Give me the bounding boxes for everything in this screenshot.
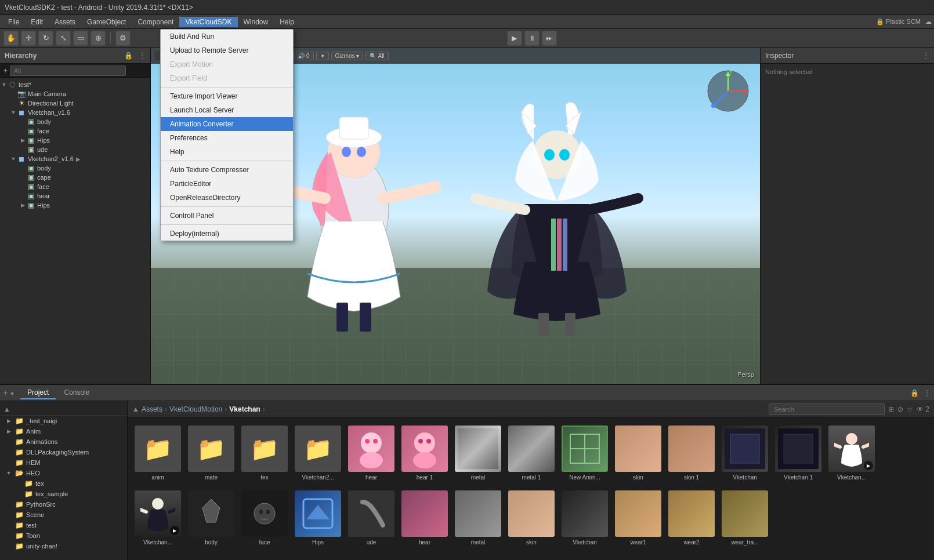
rect-tool-btn[interactable]: ▭ xyxy=(73,31,88,46)
asset-item-vketchan1-tex[interactable]: Vketchan 1 xyxy=(774,423,823,483)
asset-item-wear1[interactable]: wear1 xyxy=(614,488,663,548)
lighting-btn[interactable]: 💡 xyxy=(276,52,291,60)
menu-gameobject[interactable]: GameObject xyxy=(81,17,132,27)
menu-file[interactable]: File xyxy=(2,17,25,27)
hierarchy-item-body1[interactable]: ▶ ▣ body xyxy=(0,117,150,126)
asset-item-hear-r2[interactable]: hear xyxy=(400,488,449,548)
scale-tool-btn[interactable]: ⤡ xyxy=(56,31,71,46)
project-lock-icon[interactable]: 🔒 xyxy=(910,389,919,397)
sidebar-folder-toon[interactable]: ▶ 📁 Toon xyxy=(0,530,127,541)
hierarchy-item-vketchan-v16[interactable]: ▼ ◼ Vketchan_v1.6 xyxy=(0,108,150,117)
add-project-btn[interactable]: + xyxy=(3,389,8,397)
breadcrumb-assets[interactable]: Assets xyxy=(142,405,162,413)
asset-item-skin1[interactable]: skin 1 xyxy=(667,423,716,483)
menu-component[interactable]: Component xyxy=(132,17,179,27)
inspector-more-icon[interactable]: ⋮ xyxy=(922,52,929,60)
asset-search-input[interactable] xyxy=(769,403,885,415)
collapse-project-btn[interactable]: ◂ xyxy=(10,389,13,397)
asset-item-wear-tra[interactable]: wear_tra... xyxy=(721,488,769,548)
asset-item-hips-asset[interactable]: Hips xyxy=(294,488,342,548)
hierarchy-item-hear[interactable]: ▶ ▣ hear xyxy=(0,191,150,201)
pause-btn[interactable]: ⏸ xyxy=(524,31,540,46)
gizmos-btn[interactable]: Gizmos ▾ xyxy=(331,52,364,60)
asset-item-mate-folder[interactable]: 📁 mate xyxy=(187,423,236,483)
project-tab[interactable]: Project xyxy=(20,387,56,399)
hierarchy-more-icon[interactable]: ⋮ xyxy=(139,52,146,60)
hierarchy-item-face1[interactable]: ▶ ▣ face xyxy=(0,126,150,136)
play-icon[interactable]: ▶ xyxy=(864,461,873,470)
breadcrumb-expand-icon[interactable]: ▲ xyxy=(132,405,139,413)
sidebar-folder-pythonsrc[interactable]: ▶ 📁 PythonSrc xyxy=(0,499,127,510)
asset-item-tex-folder[interactable]: 📁 tex xyxy=(240,423,289,483)
asset-item-skin[interactable]: skin xyxy=(614,423,663,483)
asset-item-vketchan-tex[interactable]: Vketchan xyxy=(721,423,769,483)
asset-layout-icon[interactable]: ⊞ xyxy=(888,405,894,413)
asset-item-hear[interactable]: hear xyxy=(347,423,396,483)
sidebar-folder-heo[interactable]: ▼ 📂 HEO xyxy=(0,468,127,478)
menu-window[interactable]: Window xyxy=(238,17,274,27)
move-tool-btn[interactable]: ✛ xyxy=(21,31,36,46)
hierarchy-item-ude1[interactable]: ▶ ▣ ude xyxy=(0,145,150,154)
hand-tool-btn[interactable]: ✋ xyxy=(3,31,19,46)
menu-assets[interactable]: Assets xyxy=(49,17,81,27)
asset-item-ude-asset[interactable]: ude xyxy=(347,488,396,548)
sidebar-up-arrow[interactable]: ▲ xyxy=(3,405,10,413)
asset-item-vketchan2-folder[interactable]: 📁 Vketchan2... xyxy=(294,423,342,483)
hierarchy-lock-icon[interactable]: 🔒 xyxy=(124,52,133,60)
sidebar-folder-hem[interactable]: ▶ 📁 HEM xyxy=(0,457,127,468)
fx-btn[interactable]: ✦ xyxy=(316,52,329,60)
asset-item-vketchan-r2[interactable]: Vketchan xyxy=(560,488,609,548)
menu-help[interactable]: Help xyxy=(274,17,300,27)
asset-item-metal1[interactable]: metal 1 xyxy=(507,423,556,483)
hierarchy-item-body2[interactable]: ▶ ▣ body xyxy=(0,163,150,173)
sidebar-folder-tex-sample[interactable]: ▶ 📁 tex_sample xyxy=(0,489,127,499)
hierarchy-item-main-camera[interactable]: ▶ 📷 Main Camera xyxy=(0,89,150,99)
sidebar-folder-anim[interactable]: ▶ 📁 Anim xyxy=(0,426,127,437)
menu-vketcloudsdk[interactable]: VketCloudSDK xyxy=(179,17,237,27)
game-tab[interactable]: Game xyxy=(186,51,215,60)
settings-btn[interactable]: ⚙ xyxy=(115,31,131,46)
sidebar-folder-test-naigi[interactable]: ▶ 📁 _test_naigi xyxy=(0,416,127,426)
hierarchy-item-face2[interactable]: ▶ ▣ face xyxy=(0,182,150,191)
asset-filter-icon[interactable]: ⊘ xyxy=(897,405,903,413)
transform-tool-btn[interactable]: ⊕ xyxy=(90,31,106,46)
asset-item-wear2[interactable]: wear2 xyxy=(667,488,716,548)
asset-item-hear1[interactable]: hear 1 xyxy=(400,423,449,483)
hierarchy-search-input[interactable] xyxy=(10,66,126,76)
sidebar-folder-dll[interactable]: ▶ 📁 DLLPackagingSystem xyxy=(0,447,127,457)
asset-star-icon[interactable]: ☆ xyxy=(907,405,913,413)
sidebar-folder-unity-chan[interactable]: ▶ 📁 unity-chan! xyxy=(0,541,127,551)
asset-item-vketchan-char2[interactable]: ▶ Vketchan... xyxy=(133,488,182,548)
asset-item-skin-r2[interactable]: skin xyxy=(507,488,556,548)
play-icon2[interactable]: ▶ xyxy=(170,526,179,535)
hierarchy-add-icon[interactable]: + xyxy=(3,67,8,75)
asset-item-face-mesh[interactable]: face xyxy=(240,488,289,548)
asset-item-new-anim[interactable]: New Anim... xyxy=(560,423,609,483)
asset-eye-icon[interactable]: 👁 2 xyxy=(917,405,929,413)
audio-btn[interactable]: 🔊 0 xyxy=(294,52,313,60)
play-btn[interactable]: ▶ xyxy=(507,31,522,46)
rotate-tool-btn[interactable]: ↻ xyxy=(38,31,53,46)
sidebar-folder-test[interactable]: ▶ 📁 test xyxy=(0,520,127,530)
shaded-btn[interactable]: Shaded ▾ xyxy=(223,52,256,60)
hierarchy-item-cape[interactable]: ▶ ▣ cape xyxy=(0,173,150,182)
asset-item-metal-r2[interactable]: metal xyxy=(454,488,502,548)
sidebar-folder-tex[interactable]: ▶ 📁 tex xyxy=(0,478,127,489)
hierarchy-item-test[interactable]: ▼ ⬡ test* xyxy=(0,80,150,89)
asset-item-anim-folder[interactable]: 📁 anim xyxy=(133,423,182,483)
hierarchy-item-hips1[interactable]: ▶ ▣ Hips xyxy=(0,136,150,145)
asset-item-metal[interactable]: metal xyxy=(454,423,502,483)
scene-tab[interactable]: Scene xyxy=(154,51,184,60)
step-btn[interactable]: ⏭ xyxy=(542,31,557,46)
hierarchy-item-hips2[interactable]: ▶ ▣ Hips xyxy=(0,201,150,210)
hierarchy-item-directional-light[interactable]: ▶ ☀ Directional Light xyxy=(0,99,150,108)
sidebar-folder-scene[interactable]: ▶ 📁 Scene xyxy=(0,510,127,520)
2d-btn[interactable]: 2D xyxy=(258,52,274,60)
project-more-icon[interactable]: ⋮ xyxy=(924,389,931,397)
hierarchy-item-vketchan2-v16[interactable]: ▼ ◼ Vketchan2_v1.6 ▶ xyxy=(0,154,150,163)
menu-edit[interactable]: Edit xyxy=(25,17,49,27)
asset-item-body-mesh[interactable]: body xyxy=(187,488,236,548)
sidebar-folder-animations[interactable]: ▶ 📁 Animations xyxy=(0,437,127,447)
breadcrumb-vketcloudmotion[interactable]: VketCloudMotion xyxy=(169,405,222,413)
search-scene-btn[interactable]: 🔍 All xyxy=(365,52,388,60)
